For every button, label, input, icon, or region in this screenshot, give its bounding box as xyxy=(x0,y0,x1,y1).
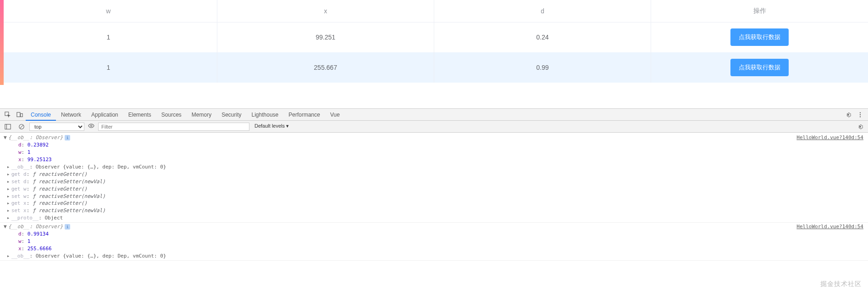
settings-icon[interactable] xyxy=(842,109,854,121)
svg-rect-2 xyxy=(21,113,22,117)
live-expression-icon[interactable] xyxy=(86,123,96,130)
console-toolbar: top Default levels ▾ xyxy=(0,121,868,133)
console-settings-icon[interactable] xyxy=(854,121,866,133)
object-header[interactable]: ▼{__ob__: Observer}i xyxy=(0,134,868,141)
object-property[interactable]: ▸get x: ƒ reactiveGetter() xyxy=(0,200,868,207)
object-property[interactable]: w: 1 xyxy=(0,149,868,156)
console-log-entry: HelloWorld.vue?140d:54 ▼{__ob__: Observe… xyxy=(0,223,868,261)
svg-point-10 xyxy=(90,125,92,127)
log-levels-select[interactable]: Default levels ▾ xyxy=(251,123,292,131)
object-property[interactable]: d: 0.23892 xyxy=(0,141,868,149)
device-toolbar-icon[interactable] xyxy=(14,109,26,121)
tab-application[interactable]: Application xyxy=(86,109,123,121)
info-badge-icon[interactable]: i xyxy=(65,135,70,140)
object-property[interactable]: ▸set w: ƒ reactiveSetter(newVal) xyxy=(0,193,868,200)
gradient-decoration xyxy=(0,0,4,85)
filter-input[interactable] xyxy=(98,123,249,131)
cell-d: 0.99 xyxy=(434,52,651,83)
tab-performance[interactable]: Performance xyxy=(283,109,325,121)
svg-line-9 xyxy=(20,125,23,128)
svg-rect-6 xyxy=(5,124,11,129)
table-row: 1 255.667 0.99 点我获取行数据 xyxy=(0,52,868,83)
cell-w: 1 xyxy=(0,22,217,52)
tab-vue[interactable]: Vue xyxy=(325,109,345,121)
tab-memory[interactable]: Memory xyxy=(187,109,216,121)
object-header[interactable]: ▼{__ob__: Observer}i xyxy=(0,223,868,230)
cell-d: 0.24 xyxy=(434,22,651,52)
table-container: w x d 操作 1 99.251 0.24 点我获取行数据 1 255.667… xyxy=(0,0,868,83)
devtools-panel: Console Network Application Elements Sou… xyxy=(0,108,868,262)
console-log-entry: HelloWorld.vue?140d:54 ▼{__ob__: Observe… xyxy=(0,134,868,223)
more-icon[interactable] xyxy=(854,109,866,121)
object-property[interactable]: ▸__ob__: Observer {value: {…}, dep: Dep,… xyxy=(0,163,868,171)
console-output: HelloWorld.vue?140d:54 ▼{__ob__: Observe… xyxy=(0,133,868,262)
clear-console-icon[interactable] xyxy=(16,121,28,133)
cell-action: 点我获取行数据 xyxy=(651,52,868,83)
cell-action: 点我获取行数据 xyxy=(651,22,868,52)
col-header-action: 操作 xyxy=(651,0,868,22)
col-header-x: x xyxy=(217,0,434,22)
object-property[interactable]: x: 255.6666 xyxy=(0,245,868,253)
object-property[interactable]: ▸get d: ƒ reactiveGetter() xyxy=(0,171,868,178)
data-table: w x d 操作 1 99.251 0.24 点我获取行数据 1 255.667… xyxy=(0,0,868,83)
object-property[interactable]: w: 1 xyxy=(0,238,868,245)
cell-x: 255.667 xyxy=(217,52,434,83)
get-row-data-button[interactable]: 点我获取行数据 xyxy=(730,28,789,46)
svg-rect-1 xyxy=(17,112,20,117)
object-property[interactable]: x: 99.25123 xyxy=(0,156,868,163)
object-property[interactable]: ▸__ob__: Observer {value: {…}, dep: Dep,… xyxy=(0,253,868,260)
context-select[interactable]: top xyxy=(29,123,84,131)
tab-security[interactable]: Security xyxy=(216,109,246,121)
object-property[interactable]: d: 0.99134 xyxy=(0,230,868,238)
get-row-data-button[interactable]: 点我获取行数据 xyxy=(730,59,789,76)
svg-point-5 xyxy=(860,116,861,117)
object-property[interactable]: ▸set x: ƒ reactiveSetter(newVal) xyxy=(0,207,868,214)
object-property[interactable]: ▸set d: ƒ reactiveSetter(newVal) xyxy=(0,178,868,185)
inspect-element-icon[interactable] xyxy=(2,109,14,121)
console-sidebar-toggle-icon[interactable] xyxy=(2,121,14,133)
devtools-tab-bar: Console Network Application Elements Sou… xyxy=(0,109,868,121)
table-header-row: w x d 操作 xyxy=(0,0,868,22)
tab-console[interactable]: Console xyxy=(26,109,56,121)
col-header-w: w xyxy=(0,0,217,22)
cell-x: 99.251 xyxy=(217,22,434,52)
cell-w: 1 xyxy=(0,52,217,83)
tab-sources[interactable]: Sources xyxy=(156,109,187,121)
object-property[interactable]: ▸get w: ƒ reactiveGetter() xyxy=(0,185,868,193)
tab-lighthouse[interactable]: Lighthouse xyxy=(247,109,284,121)
info-badge-icon[interactable]: i xyxy=(65,224,70,230)
tab-network[interactable]: Network xyxy=(56,109,86,121)
object-property[interactable]: ▸__proto__: Object xyxy=(0,214,868,222)
table-row: 1 99.251 0.24 点我获取行数据 xyxy=(0,22,868,52)
col-header-d: d xyxy=(434,0,651,22)
svg-point-4 xyxy=(860,114,861,115)
tab-elements[interactable]: Elements xyxy=(123,109,156,121)
svg-point-3 xyxy=(860,112,861,113)
